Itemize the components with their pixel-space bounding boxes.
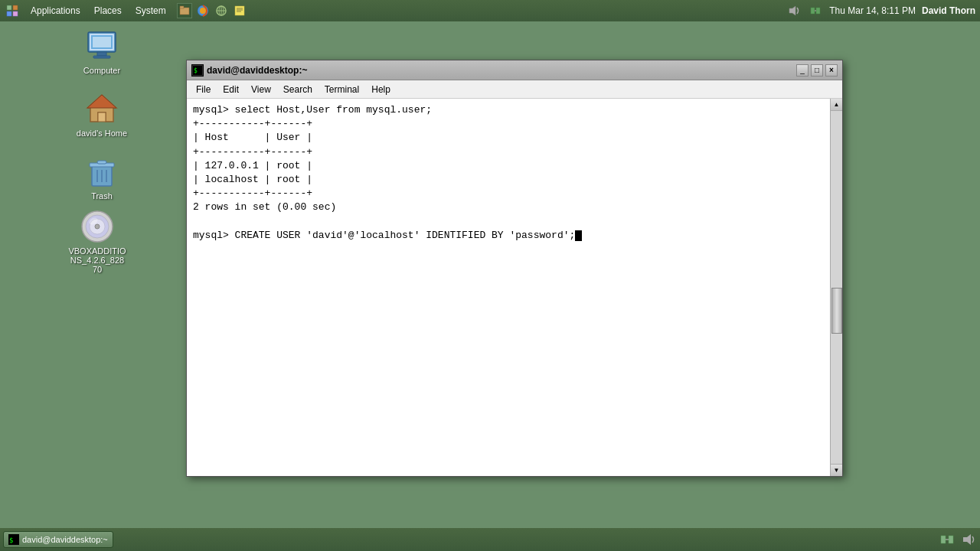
svg-rect-2 <box>7 11 11 16</box>
volume-icon[interactable] <box>786 3 802 18</box>
terminal-title: david@daviddesktop:~ <box>207 65 307 76</box>
svg-text:$: $ <box>9 536 13 544</box>
terminal-menu-terminal[interactable]: Terminal <box>318 83 365 96</box>
svg-rect-1 <box>13 5 18 10</box>
svg-marker-47 <box>963 534 971 545</box>
scrollbar-down-button[interactable]: ▼ <box>831 464 843 476</box>
svg-rect-23 <box>93 56 110 58</box>
terminal-menu-search[interactable]: Search <box>277 83 318 96</box>
terminal-menu-file[interactable]: File <box>190 83 217 96</box>
svg-rect-12 <box>235 6 244 15</box>
close-button[interactable]: × <box>825 64 838 77</box>
network-status-icon[interactable] <box>808 3 823 18</box>
terminal-menu-help[interactable]: Help <box>365 83 397 96</box>
cd-icon <box>79 208 116 245</box>
svg-rect-22 <box>97 52 106 56</box>
terminal-menubar: File Edit View Search Terminal Help <box>187 80 842 99</box>
desktop-icon-trash[interactable]: Trash <box>71 153 132 201</box>
menu-applications[interactable]: Applications <box>24 4 87 18</box>
cd-icon-label: VBOXADDITIONS_4.2.6_82870 <box>68 246 126 274</box>
taskbar-window-button[interactable]: $ david@daviddesktop:~ <box>3 531 113 548</box>
terminal-icon: $ <box>191 64 204 77</box>
terminal-menu-edit[interactable]: Edit <box>217 83 245 96</box>
taskbar-window-label: david@daviddesktop:~ <box>22 535 108 544</box>
svg-marker-16 <box>789 6 795 15</box>
terminal-body: mysql> select Host,User from mysql.user;… <box>187 99 842 476</box>
taskbar-top-right: Thu Mar 14, 8:11 PM David Thorn <box>786 3 975 18</box>
svg-rect-4 <box>180 8 189 15</box>
taskbar-bottom: $ david@daviddesktop:~ <box>0 528 980 551</box>
svg-rect-25 <box>93 37 111 47</box>
firefox-icon[interactable] <box>195 3 211 18</box>
taskbar-bottom-right <box>939 531 977 548</box>
bottom-network-icon[interactable] <box>939 531 956 548</box>
computer-icon <box>83 28 120 64</box>
menu-system[interactable]: System <box>129 4 172 18</box>
svg-point-38 <box>95 224 100 229</box>
svg-rect-17 <box>811 8 815 14</box>
scrollbar-track[interactable] <box>831 111 843 464</box>
home-icon <box>83 90 120 127</box>
notes-icon[interactable] <box>232 3 247 18</box>
terminal-menu-view[interactable]: View <box>245 83 277 96</box>
username-label: David Thorn <box>922 5 975 16</box>
desktop-icon-cd[interactable]: VBOXADDITIONS_4.2.6_82870 <box>67 208 128 274</box>
terminal-cursor <box>575 230 582 241</box>
svg-point-7 <box>200 8 206 14</box>
apps-icon <box>5 3 20 18</box>
scrollbar-thumb[interactable] <box>831 288 842 334</box>
svg-rect-0 <box>7 5 11 10</box>
taskbar-top: Applications Places System <box>0 0 980 21</box>
svg-rect-31 <box>97 161 106 164</box>
file-manager-icon[interactable] <box>177 3 192 18</box>
svg-rect-45 <box>949 536 953 543</box>
terminal-content[interactable]: mysql> select Host,User from mysql.user;… <box>187 99 830 476</box>
taskbar-top-left: Applications Places System <box>5 3 247 18</box>
menu-places[interactable]: Places <box>88 4 128 18</box>
svg-rect-5 <box>180 6 184 8</box>
svg-rect-18 <box>816 8 820 14</box>
svg-rect-27 <box>98 112 106 122</box>
trash-icon <box>83 153 120 190</box>
scrollbar-up-button[interactable]: ▲ <box>831 99 843 111</box>
network-icon[interactable] <box>214 3 229 18</box>
trash-icon-label: Trash <box>91 191 113 201</box>
svg-rect-3 <box>13 11 18 16</box>
terminal-titlebar[interactable]: $ david@daviddesktop:~ _ □ × <box>187 60 842 80</box>
computer-icon-label: Computer <box>83 66 120 75</box>
maximize-button[interactable]: □ <box>811 64 823 77</box>
desktop-icon-computer[interactable]: Computer <box>71 28 132 75</box>
terminal-window: $ david@daviddesktop:~ _ □ × File Edit V… <box>186 60 843 477</box>
minimize-button[interactable]: _ <box>796 64 808 77</box>
home-icon-label: david's Home <box>77 129 127 138</box>
terminal-scrollbar: ▲ ▼ <box>830 99 842 476</box>
desktop-icon-home[interactable]: david's Home <box>71 90 132 138</box>
svg-text:$: $ <box>194 67 198 74</box>
clock: Thu Mar 14, 8:11 PM <box>829 5 916 16</box>
terminal-titlebar-left: $ david@daviddesktop:~ <box>191 64 307 77</box>
terminal-titlebar-buttons: _ □ × <box>796 64 838 77</box>
bottom-volume-icon[interactable] <box>960 531 977 548</box>
svg-rect-44 <box>941 536 946 543</box>
svg-marker-28 <box>87 95 116 108</box>
